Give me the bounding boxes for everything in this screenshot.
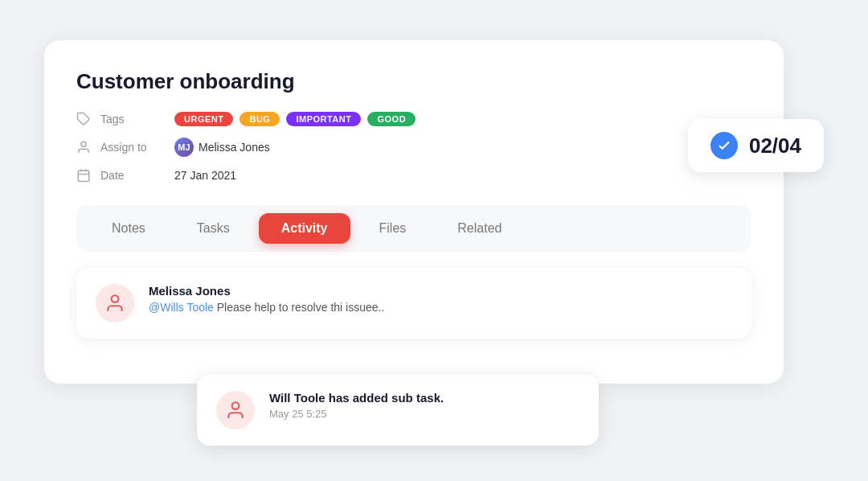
activity-avatar-1 — [96, 284, 134, 323]
badge-number: 02/04 — [749, 134, 801, 158]
tag-good[interactable]: GOOD — [367, 112, 416, 126]
svg-rect-2 — [78, 171, 89, 182]
activity-action-2: has added sub task. — [326, 391, 444, 405]
activity-name-1: Melissa Jones — [149, 284, 732, 298]
assignee-row: Assign to MJ Melissa Jones — [76, 138, 751, 157]
activity-text-1: @Wills Toole Please help to resolve thi … — [149, 301, 732, 314]
calendar-icon — [76, 168, 91, 183]
tags-row: Tags URGENT BUG IMPORTANT GOOD — [76, 112, 751, 126]
page-title: Customer onboarding — [76, 69, 751, 94]
tab-activity[interactable]: Activity — [259, 213, 350, 244]
tag-bug[interactable]: BUG — [240, 112, 280, 126]
tab-notes[interactable]: Notes — [89, 213, 168, 244]
date-value: 27 Jan 2021 — [174, 169, 236, 182]
person-icon — [76, 140, 91, 154]
activity-timestamp-2: May 25 5:25 — [269, 408, 579, 420]
activity-content-1: Melissa Jones @Wills Toole Please help t… — [149, 284, 732, 314]
tab-related[interactable]: Related — [435, 213, 524, 244]
svg-point-7 — [232, 402, 240, 409]
tag-urgent[interactable]: URGENT — [174, 112, 233, 126]
activity-content-2: Will Toole has added sub task. May 25 5:… — [269, 391, 579, 420]
date-label: Date — [100, 169, 165, 182]
second-card-wrapper: Will Toole has added sub task. May 25 5:… — [197, 375, 599, 458]
activity-mention-1[interactable]: @Wills Toole — [149, 301, 214, 314]
check-icon — [710, 132, 738, 159]
activity-message-1: Please help to resolve thi issuee.. — [214, 301, 384, 314]
tag-important[interactable]: IMPORTANT — [286, 112, 361, 126]
activity-avatar-2 — [216, 391, 255, 430]
user-icon-2 — [225, 400, 246, 421]
tags-label: Tags — [100, 113, 165, 125]
tag-icon — [76, 112, 91, 126]
tab-files[interactable]: Files — [357, 213, 429, 244]
assignee-label: Assign to — [100, 141, 165, 154]
activity-card-2: Will Toole has added sub task. May 25 5:… — [197, 375, 599, 446]
svg-point-1 — [81, 142, 86, 146]
assignee-name: Melissa Jones — [199, 141, 270, 154]
svg-point-6 — [112, 295, 119, 302]
assignee-avatar: MJ — [174, 138, 194, 157]
activity-card-1: Melissa Jones @Wills Toole Please help t… — [76, 268, 751, 339]
tabs-container: Notes Tasks Activity Files Related — [76, 205, 751, 252]
tab-tasks[interactable]: Tasks — [174, 213, 252, 244]
activity-name-2: Will Toole has added sub task. — [269, 391, 579, 405]
activity-name-bold-2: Will Toole — [269, 391, 326, 405]
tags-list: URGENT BUG IMPORTANT GOOD — [174, 112, 416, 126]
date-row: Date 27 Jan 2021 — [76, 168, 751, 183]
badge-card: 02/04 — [688, 119, 824, 172]
user-icon-1 — [104, 293, 125, 314]
main-card: Customer onboarding Tags URGENT BUG IMPO… — [44, 40, 784, 384]
